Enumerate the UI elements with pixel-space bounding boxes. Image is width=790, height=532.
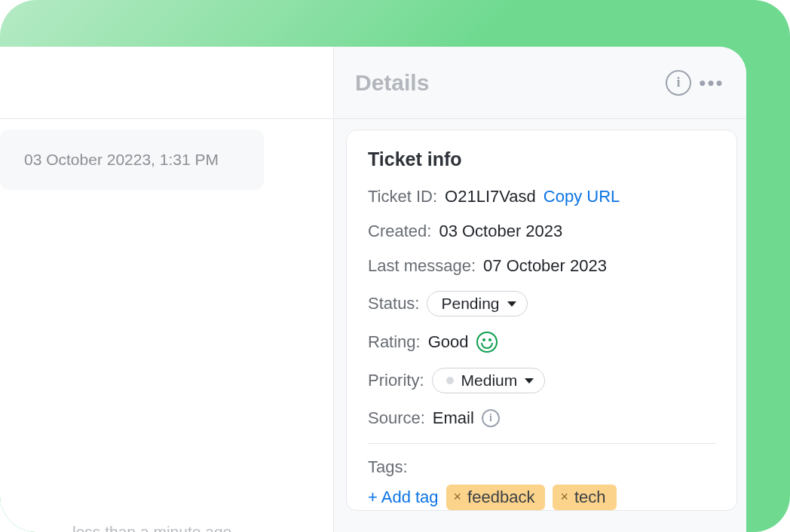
priority-value: Medium xyxy=(461,371,518,390)
status-value: Pending xyxy=(441,295,499,313)
app-backdrop: Details i ••• 03 October 20223, 1:31 PM … xyxy=(0,0,790,532)
details-info-button[interactable]: i xyxy=(665,69,692,96)
tag-remove-button[interactable]: × xyxy=(560,489,568,505)
divider xyxy=(368,443,715,444)
last-message-row: Last message: 07 October 2023 xyxy=(368,256,715,276)
top-bar-details: Details i ••• xyxy=(334,47,746,118)
rating-row: Rating: Good xyxy=(368,332,715,353)
app-window: Details i ••• 03 October 20223, 1:31 PM … xyxy=(0,47,746,532)
priority-dropdown[interactable]: Medium xyxy=(432,368,546,393)
details-panel-title: Details xyxy=(355,70,659,96)
tag-chip: × feedback xyxy=(446,485,546,510)
status-label: Status: xyxy=(368,294,419,313)
tag-chip: × tech xyxy=(553,485,616,510)
source-value: Email xyxy=(433,408,474,428)
status-dropdown[interactable]: Pending xyxy=(427,291,527,316)
info-icon: i xyxy=(666,70,691,96)
conversation-column: 03 October 20223, 1:31 PM less than a mi… xyxy=(0,119,334,532)
tags-label: Tags: xyxy=(368,457,408,477)
priority-dot-icon xyxy=(446,377,454,384)
tag-label: feedback xyxy=(467,488,534,507)
tags-row: + Add tag × feedback × tech xyxy=(368,485,715,510)
source-label: Source: xyxy=(368,408,425,428)
relative-time-text: less than a minute ago xyxy=(72,523,231,532)
more-horizontal-icon: ••• xyxy=(699,73,724,93)
tag-label: tech xyxy=(574,488,606,507)
smiley-icon xyxy=(476,332,498,353)
main-body: 03 October 20223, 1:31 PM less than a mi… xyxy=(0,119,746,532)
chevron-down-icon xyxy=(507,301,516,307)
priority-label: Priority: xyxy=(368,371,424,390)
rating-value: Good xyxy=(428,332,469,352)
details-more-button[interactable]: ••• xyxy=(698,69,725,96)
message-timestamp-text: 03 October 20223, 1:31 PM xyxy=(24,151,240,169)
source-info-button[interactable]: i xyxy=(482,409,500,427)
created-label: Created: xyxy=(368,222,431,241)
tags-label-row: Tags: xyxy=(368,457,715,477)
ticket-info-heading: Ticket info xyxy=(368,148,715,170)
details-column: Ticket info Ticket ID: O21LI7Vasd Copy U… xyxy=(334,119,746,532)
add-tag-button[interactable]: + Add tag xyxy=(368,488,439,507)
message-timestamp-card: 03 October 20223, 1:31 PM xyxy=(0,130,264,190)
chevron-down-icon xyxy=(525,378,534,384)
last-message-label: Last message: xyxy=(368,256,476,276)
tag-remove-button[interactable]: × xyxy=(454,489,462,505)
ticket-id-label: Ticket ID: xyxy=(368,187,437,206)
status-row: Status: Pending xyxy=(368,291,715,316)
created-value: 03 October 2023 xyxy=(439,222,562,241)
top-bar: Details i ••• xyxy=(0,47,746,119)
ticket-info-card: Ticket info Ticket ID: O21LI7Vasd Copy U… xyxy=(346,130,737,511)
last-message-value: 07 October 2023 xyxy=(483,256,607,276)
priority-row: Priority: Medium xyxy=(368,368,715,393)
ticket-id-row: Ticket ID: O21LI7Vasd Copy URL xyxy=(368,187,715,206)
rating-label: Rating: xyxy=(368,332,421,352)
created-row: Created: 03 October 2023 xyxy=(368,222,715,241)
top-bar-left-spacer xyxy=(0,47,334,118)
source-row: Source: Email i xyxy=(368,408,715,428)
copy-url-link[interactable]: Copy URL xyxy=(544,187,620,206)
ticket-id-value: O21LI7Vasd xyxy=(445,187,536,206)
